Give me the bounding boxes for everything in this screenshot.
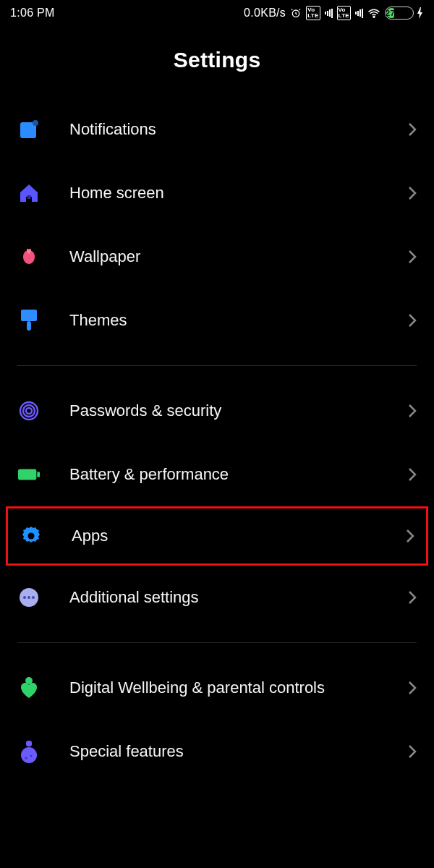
signal-bars-2 xyxy=(355,8,363,18)
charging-icon xyxy=(417,7,424,19)
settings-row-apps[interactable]: Apps xyxy=(6,506,428,566)
battery-icon xyxy=(17,463,41,486)
svg-rect-10 xyxy=(18,469,36,480)
settings-row-themes[interactable]: Themes xyxy=(0,289,434,352)
divider xyxy=(17,365,417,366)
chevron-right-icon xyxy=(408,122,417,137)
settings-row-wallpaper[interactable]: Wallpaper xyxy=(0,225,434,289)
settings-row-label: Notifications xyxy=(69,119,408,140)
settings-row-label: Apps xyxy=(72,526,406,546)
status-net-speed: 0.0KB/s xyxy=(244,7,286,20)
svg-point-14 xyxy=(23,596,26,599)
settings-row-digital-wellbeing[interactable]: Digital Wellbeing & parental controls xyxy=(0,656,434,720)
svg-point-19 xyxy=(21,747,37,763)
volte-icon-2: VoLTE xyxy=(337,6,351,20)
svg-point-8 xyxy=(23,405,35,417)
svg-point-20 xyxy=(25,757,27,759)
status-right: 0.0KB/s VoLTE VoLTE 27 xyxy=(244,6,424,20)
home-icon xyxy=(17,182,41,205)
settings-group-1: Passwords & security Battery & performan… xyxy=(0,379,434,629)
chevron-right-icon xyxy=(408,467,417,482)
settings-row-label: Passwords & security xyxy=(69,401,408,421)
chevron-right-icon xyxy=(406,529,414,543)
divider xyxy=(17,642,417,643)
settings-row-additional-settings[interactable]: Additional settings xyxy=(0,566,434,629)
settings-row-special-features[interactable]: Special features xyxy=(0,720,434,783)
svg-point-15 xyxy=(27,596,30,599)
settings-row-label: Digital Wellbeing & parental controls xyxy=(69,678,408,698)
settings-row-notifications[interactable]: Notifications xyxy=(0,98,434,161)
chevron-right-icon xyxy=(408,313,417,328)
status-time: 1:06 PM xyxy=(10,7,55,20)
fingerprint-icon xyxy=(17,399,41,422)
settings-group-0: Notifications Home screen Wallpaper Them… xyxy=(0,98,434,352)
heart-icon xyxy=(17,676,41,699)
svg-point-21 xyxy=(30,755,33,757)
svg-point-3 xyxy=(33,120,38,126)
settings-row-home-screen[interactable]: Home screen xyxy=(0,161,434,225)
chevron-right-icon xyxy=(408,404,417,418)
svg-rect-6 xyxy=(27,321,31,331)
settings-row-passwords-security[interactable]: Passwords & security xyxy=(0,379,434,443)
page-title: Settings xyxy=(0,48,434,72)
settings-row-label: Themes xyxy=(69,310,408,331)
settings-row-label: Additional settings xyxy=(69,587,408,608)
svg-point-12 xyxy=(28,533,35,540)
svg-point-16 xyxy=(32,596,35,599)
flask-icon xyxy=(17,740,41,763)
svg-rect-11 xyxy=(37,472,40,477)
chevron-right-icon xyxy=(408,681,417,695)
alarm-icon xyxy=(290,7,302,19)
gear-icon xyxy=(20,524,43,548)
notifications-icon xyxy=(17,118,41,141)
battery-indicator: 27 xyxy=(385,7,414,20)
settings-row-label: Wallpaper xyxy=(69,247,408,267)
svg-rect-5 xyxy=(21,310,37,321)
brush-icon xyxy=(17,309,41,332)
svg-rect-4 xyxy=(27,195,31,199)
status-bar: 1:06 PM 0.0KB/s VoLTE VoLTE 27 xyxy=(0,0,434,26)
settings-row-label: Special features xyxy=(69,741,408,762)
volte-icon-1: VoLTE xyxy=(306,6,320,20)
settings-row-label: Battery & performance xyxy=(69,464,408,485)
settings-row-battery-performance[interactable]: Battery & performance xyxy=(0,443,434,506)
settings-row-label: Home screen xyxy=(69,183,408,203)
dots-icon xyxy=(17,586,41,609)
svg-rect-18 xyxy=(26,741,32,746)
flower-icon xyxy=(17,245,41,268)
svg-point-1 xyxy=(373,16,375,17)
chevron-right-icon xyxy=(408,186,417,200)
svg-point-9 xyxy=(26,408,32,414)
chevron-right-icon xyxy=(408,744,417,759)
chevron-right-icon xyxy=(408,250,417,264)
signal-bars-1 xyxy=(325,8,333,18)
chevron-right-icon xyxy=(408,590,417,605)
wifi-icon xyxy=(367,8,380,18)
settings-group-2: Digital Wellbeing & parental controls Sp… xyxy=(0,656,434,783)
